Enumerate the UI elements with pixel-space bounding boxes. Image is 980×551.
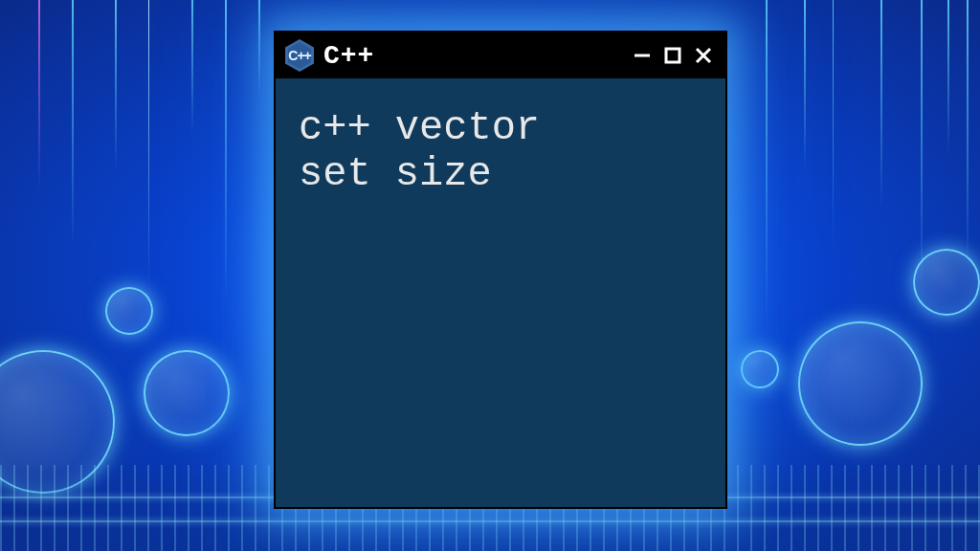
maximize-button[interactable] bbox=[660, 43, 685, 68]
app-icon-label: C++ bbox=[288, 48, 310, 63]
minimize-icon bbox=[633, 46, 652, 65]
maximize-icon bbox=[663, 46, 682, 65]
cpp-app-icon: C++ bbox=[285, 39, 314, 72]
minimize-button[interactable] bbox=[630, 43, 655, 68]
svg-rect-1 bbox=[666, 49, 679, 62]
titlebar[interactable]: C++ C++ bbox=[276, 33, 725, 78]
window-title: C++ bbox=[323, 41, 620, 71]
terminal-window: C++ C++ c++ vector set size bbox=[274, 31, 727, 509]
close-button[interactable] bbox=[691, 43, 716, 68]
close-icon bbox=[694, 46, 713, 65]
window-controls bbox=[630, 43, 716, 68]
terminal-content: c++ vector set size bbox=[276, 78, 725, 507]
